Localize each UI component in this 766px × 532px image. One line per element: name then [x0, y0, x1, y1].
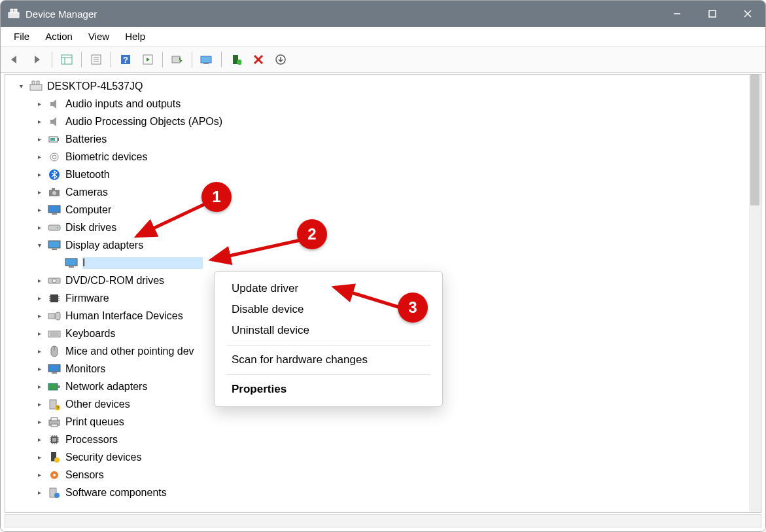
chevron-right-icon[interactable]: ▸ [34, 452, 44, 463]
chevron-right-icon[interactable]: ▸ [34, 364, 44, 374]
back-button[interactable] [5, 50, 26, 69]
menu-view[interactable]: View [80, 29, 117, 43]
tree-item-processors[interactable]: ▸ Processors [7, 431, 748, 448]
properties-button[interactable] [86, 50, 107, 69]
camera-icon [47, 186, 61, 199]
chevron-right-icon[interactable]: ▸ [34, 99, 44, 109]
app-icon [7, 7, 20, 20]
tree-item-disk-drives[interactable]: ▸ Disk drives [7, 219, 748, 236]
tree-label: DVD/CD-ROM drives [65, 275, 164, 287]
enable-device-button[interactable] [226, 50, 247, 69]
svg-rect-2 [14, 9, 17, 12]
svg-rect-41 [48, 241, 60, 248]
tree-label: Audio Processing Objects (APOs) [65, 116, 222, 128]
tree-item-biometric[interactable]: ▸ Biometric devices [7, 148, 748, 166]
window-buttons [659, 1, 765, 27]
uninstall-device-button[interactable] [248, 50, 269, 69]
tree-label: Security devices [65, 452, 142, 463]
chevron-right-icon[interactable]: ▸ [34, 169, 44, 180]
chevron-right-icon[interactable]: ▸ [34, 399, 44, 410]
show-hide-tree-button[interactable] [56, 50, 77, 69]
close-button[interactable] [730, 1, 765, 27]
chevron-right-icon[interactable]: ▸ [34, 434, 44, 445]
tree-item-software-components[interactable]: ▸ Software components [7, 484, 748, 501]
svg-rect-7 [61, 55, 72, 64]
chevron-right-icon[interactable]: ▸ [34, 328, 44, 339]
menu-action[interactable]: Action [37, 29, 80, 43]
chevron-right-icon[interactable]: ▸ [34, 152, 44, 162]
tree-item-computer[interactable]: ▸ Computer [7, 201, 748, 219]
svg-rect-54 [48, 313, 55, 319]
svg-rect-25 [30, 84, 42, 90]
chevron-right-icon[interactable]: ▸ [34, 187, 44, 198]
context-separator [226, 345, 430, 346]
svg-rect-47 [50, 294, 58, 302]
tree-item-cameras[interactable]: ▸ Cameras [7, 183, 748, 201]
svg-rect-44 [69, 266, 74, 268]
display-adapter-icon [64, 257, 78, 270]
chevron-down-icon[interactable]: ▾ [34, 240, 44, 251]
menu-file[interactable]: File [6, 29, 37, 43]
chevron-right-icon[interactable]: ▸ [34, 222, 44, 233]
chevron-right-icon[interactable]: ▸ [34, 293, 44, 304]
forward-button[interactable] [27, 50, 48, 69]
toolbar-separator [52, 52, 52, 67]
statusbar [5, 514, 761, 527]
update-driver-button[interactable] [167, 50, 188, 69]
chevron-down-icon[interactable]: ▾ [16, 81, 26, 92]
svg-rect-70 [51, 424, 58, 427]
minimize-button[interactable] [659, 1, 695, 27]
context-uninstall-device[interactable]: Uninstall device [215, 320, 442, 341]
tree-item-batteries[interactable]: ▸ Batteries [7, 130, 748, 148]
printer-icon [47, 416, 61, 429]
tree-item-bluetooth[interactable]: ▸ Bluetooth [7, 166, 748, 183]
toolbar-separator [221, 52, 222, 67]
monitor-icon [47, 204, 61, 217]
install-legacy-button[interactable] [270, 50, 291, 69]
tree-item-security-devices[interactable]: ▸ Security devices [7, 448, 748, 466]
tree-item-sensors[interactable]: ▸ Sensors [7, 466, 748, 484]
context-scan-hardware[interactable]: Scan for hardware changes [215, 349, 442, 370]
svg-point-90 [54, 493, 60, 498]
mouse-icon [47, 345, 61, 358]
tree-item-apo[interactable]: ▸ Audio Processing Objects (APOs) [7, 113, 748, 130]
chevron-right-icon[interactable]: ▸ [34, 346, 44, 357]
scan-hardware-button[interactable] [196, 50, 217, 69]
svg-rect-56 [48, 331, 60, 337]
chevron-right-icon[interactable]: ▸ [34, 116, 44, 127]
chevron-right-icon[interactable]: ▸ [34, 381, 44, 392]
optical-drive-icon [47, 274, 61, 287]
chevron-right-icon[interactable]: ▸ [34, 488, 44, 498]
chevron-right-icon[interactable]: ▸ [34, 470, 44, 480]
context-properties[interactable]: Properties [215, 379, 442, 400]
context-separator [226, 374, 430, 375]
menu-help[interactable]: Help [117, 29, 153, 43]
chevron-right-icon[interactable]: ▸ [34, 417, 44, 427]
context-menu: Update driver Disable device Uninstall d… [214, 271, 443, 407]
vertical-scrollbar[interactable] [749, 75, 761, 512]
chevron-right-icon[interactable]: ▸ [34, 275, 44, 286]
context-item-label: Uninstall device [232, 324, 309, 336]
chevron-right-icon[interactable]: ▸ [34, 205, 44, 215]
disk-icon [47, 221, 61, 234]
software-component-icon [47, 486, 61, 499]
svg-rect-36 [52, 188, 55, 190]
tree-root[interactable]: ▾ DESKTOP-4L537JQ [7, 77, 748, 95]
tree-label: Display adapters [65, 239, 143, 251]
tree-item-display-child[interactable]: I [7, 254, 748, 272]
action-pane-button[interactable] [137, 50, 158, 69]
maximize-button[interactable] [695, 1, 730, 27]
tree-item-display-adapters[interactable]: ▾ Display adapters [7, 236, 748, 254]
scrollbar-thumb[interactable] [750, 75, 759, 205]
toolbar-separator [162, 52, 163, 67]
chevron-right-icon[interactable]: ▸ [34, 134, 44, 145]
annotation-badge-1: 1 [201, 182, 232, 212]
chevron-right-icon[interactable]: ▸ [34, 311, 44, 321]
tree-item-print-queues[interactable]: ▸ Print queues [7, 413, 748, 431]
tree-item-audio-io[interactable]: ▸ Audio inputs and outputs [7, 95, 748, 113]
svg-rect-29 [58, 138, 59, 141]
monitor-icon [47, 363, 61, 376]
fingerprint-icon [47, 151, 61, 164]
sensor-icon [47, 469, 61, 482]
help-button[interactable]: ? [115, 50, 136, 69]
